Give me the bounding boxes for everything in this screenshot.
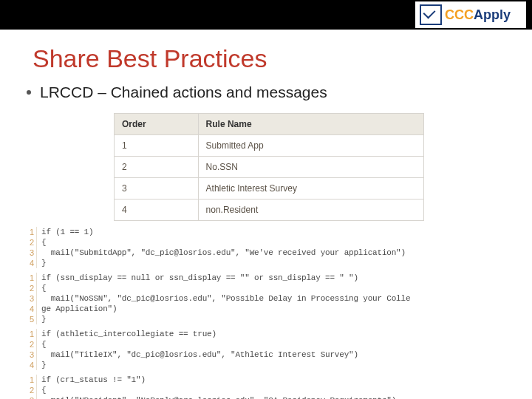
brand-logo: CCCApply xyxy=(415,1,526,28)
code-snippet: 12345if (ssn_display == null or ssn_disp… xyxy=(21,273,511,324)
table-cell: non.Resident xyxy=(198,200,423,221)
line-gutter: 1234 xyxy=(21,375,37,399)
code-lines: if (ssn_display == null or ssn_display =… xyxy=(37,273,410,324)
slide-title: Share Best Practices xyxy=(33,44,532,73)
table-cell: 4 xyxy=(115,200,199,221)
line-gutter: 12345 xyxy=(21,273,37,324)
table-cell: 2 xyxy=(115,157,199,178)
code-snippet: 1234if (cr1_status != "1"){ mail("NResid… xyxy=(21,375,511,399)
table-row: 4non.Resident xyxy=(115,200,424,221)
rules-table: Order Rule Name 1Submitted App2No.SSN3At… xyxy=(114,113,424,221)
table-cell: Athletic Interest Survey xyxy=(198,178,423,200)
slide-top-bar: CCCApply xyxy=(0,0,532,30)
table-cell: 1 xyxy=(115,135,199,157)
line-gutter: 1234 xyxy=(21,329,37,370)
checkbox-icon xyxy=(420,4,442,25)
bullet-item: LRCCD – Chained actions and messages xyxy=(27,83,532,101)
brand-text: CCCApply xyxy=(445,7,511,23)
code-lines: if (athletic_intercollegiate == true){ m… xyxy=(37,329,358,370)
bullet-text: LRCCD – Chained actions and messages xyxy=(40,83,327,101)
table-cell: 3 xyxy=(115,178,199,200)
col-order: Order xyxy=(115,114,199,135)
table-cell: No.SSN xyxy=(198,157,423,178)
table-cell: Submitted App xyxy=(198,135,423,157)
table-row: 3Athletic Interest Survey xyxy=(115,178,424,200)
code-snippet: 1234if (athletic_intercollegiate == true… xyxy=(21,329,511,370)
col-rule-name: Rule Name xyxy=(198,114,423,135)
line-gutter: 1234 xyxy=(21,227,37,268)
bullet-dot-icon xyxy=(27,90,31,95)
code-snippet: 1234if (1 == 1){ mail("SubmitdApp", "dc_… xyxy=(21,227,511,268)
code-lines: if (1 == 1){ mail("SubmitdApp", "dc_pic@… xyxy=(37,227,406,268)
table-row: 2No.SSN xyxy=(115,157,424,178)
table-row: 1Submitted App xyxy=(115,135,424,157)
code-lines: if (cr1_status != "1"){ mail("NResident"… xyxy=(37,375,396,399)
